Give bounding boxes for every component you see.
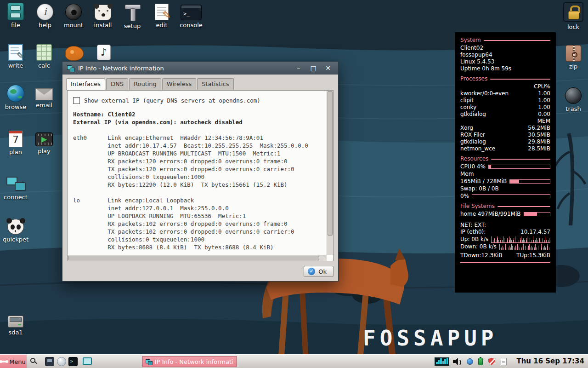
- conky-process-row: ROX-Filer30.5MiB: [460, 132, 550, 138]
- terminal-tray-icon[interactable]: [68, 357, 78, 366]
- desktop-icon-browse[interactable]: browse: [2, 85, 29, 110]
- conky-kernel: Linux 5.4.53: [460, 58, 550, 65]
- connect-network-icon: [6, 174, 26, 192]
- desktop-icon-email[interactable]: email: [30, 85, 58, 109]
- ipinfo-window: IP Info - Network information – □ ✕ Inte…: [62, 61, 339, 282]
- vertical-scrollbar[interactable]: [327, 91, 333, 255]
- icon-label: email: [30, 102, 58, 109]
- icon-label: mount: [60, 22, 87, 29]
- icon-label: quickpet: [2, 236, 29, 243]
- conky-cpu-col-header: CPU%: [460, 83, 550, 90]
- external-ip-line: External IP (via opendns.com): autocheck…: [73, 118, 327, 126]
- firewall-shield-icon[interactable]: [488, 358, 495, 365]
- desktop-icon-plan[interactable]: 7 plan: [2, 130, 29, 155]
- desktop-icon-calc[interactable]: calc: [30, 43, 58, 69]
- tab-routing[interactable]: Routing: [129, 78, 161, 90]
- conky-process-row: conky1.00: [460, 104, 550, 111]
- desktop-icon-help[interactable]: help: [31, 3, 59, 29]
- quickpet-face-icon: [7, 219, 24, 235]
- desktop-icon-mount[interactable]: mount: [60, 3, 87, 29]
- horizontal-scrollbar[interactable]: [68, 255, 327, 261]
- audio-spectrum-icon[interactable]: [435, 357, 449, 366]
- minimize-button[interactable]: –: [293, 64, 304, 72]
- desktop-icon-quickpet[interactable]: quickpet: [2, 217, 29, 243]
- external-ip-checkbox-row: Show external IP (query DNS servers at o…: [73, 97, 327, 104]
- desktop-icon-music[interactable]: [90, 43, 118, 60]
- conky-ip-row: IP (eth0):10.17.4.57: [460, 229, 550, 236]
- ok-button-label: Ok: [318, 268, 327, 275]
- volume-icon[interactable]: [453, 358, 463, 365]
- window-list-icon[interactable]: [45, 357, 54, 366]
- checkbox-label: Show external IP (query DNS servers at o…: [84, 97, 260, 104]
- conky-system-monitor: System Client02 fossapup64 Linux 5.4.53 …: [455, 32, 556, 293]
- music-note-icon: [97, 45, 111, 60]
- desktop-icon-trash[interactable]: trash: [560, 86, 587, 112]
- battery-icon[interactable]: [478, 358, 483, 365]
- icon-label: zip: [560, 63, 587, 70]
- desktop-icon-console[interactable]: console: [177, 3, 205, 29]
- menu-label: Menu: [9, 358, 26, 365]
- desktop-icon-install[interactable]: install: [89, 3, 117, 29]
- setup-tool-icon: [122, 3, 142, 21]
- window-titlebar[interactable]: IP Info - Network information – □ ✕: [62, 62, 338, 75]
- ok-button[interactable]: Ok: [304, 266, 334, 277]
- close-button[interactable]: ✕: [322, 64, 334, 72]
- taskbar-task-ipinfo[interactable]: IP Info - Network informati: [142, 356, 237, 367]
- conky-distro: fossapup64: [460, 52, 550, 58]
- conky-down-graph-row: Down: 0B k/s: [460, 243, 550, 250]
- drive-sda1-icon: [8, 316, 23, 328]
- paint-blob-icon: [65, 46, 84, 61]
- network-app-icon: [67, 65, 74, 71]
- download-graph: [499, 243, 550, 250]
- interfaces-panel: Show external IP (query DNS servers at o…: [67, 90, 334, 261]
- notes-document-icon[interactable]: [501, 358, 507, 365]
- ok-check-icon: [308, 268, 315, 275]
- conky-process-row: Xorg56.2MiB: [460, 125, 550, 132]
- tab-dns[interactable]: DNS: [106, 78, 128, 90]
- swap-usage-bar: [472, 194, 550, 198]
- cpu-usage-bar: [488, 165, 550, 169]
- tab-interfaces[interactable]: Interfaces: [66, 78, 105, 90]
- puppy-install-icon: [95, 5, 111, 20]
- conky-mem-bar-row: 165MiB / 728MiB: [460, 178, 550, 185]
- desktop-icon-paint[interactable]: [61, 43, 88, 61]
- show-external-ip-checkbox[interactable]: [73, 97, 80, 104]
- icon-label: help: [31, 22, 59, 29]
- home-usage-bar: [524, 212, 550, 216]
- mem-usage-bar: [509, 179, 550, 184]
- maximize-button[interactable]: □: [308, 64, 319, 72]
- conky-home-bar-row: home 497MiB/991MiB: [460, 211, 550, 218]
- conky-hostname: Client02: [460, 45, 550, 52]
- desktop-icon-file[interactable]: file: [2, 3, 29, 29]
- icon-label: lock: [560, 23, 587, 30]
- zip-archive-icon: [565, 45, 581, 62]
- conky-uptime: Uptime 0h 8m 59s: [460, 65, 550, 72]
- globe-tray-icon[interactable]: [57, 357, 66, 366]
- search-icon[interactable]: [30, 358, 35, 363]
- desktop-icon-write[interactable]: write: [2, 43, 29, 69]
- display-tray-icon[interactable]: [83, 357, 92, 365]
- horizontal-scroll-thumb[interactable]: [68, 256, 319, 260]
- conky-bottom-rule: [460, 262, 550, 263]
- desktop-icon-connect[interactable]: connect: [2, 174, 29, 201]
- menu-button[interactable]: Menu: [0, 355, 27, 368]
- interfaces-text-area: Show external IP (query DNS servers at o…: [68, 91, 327, 255]
- tab-statistics[interactable]: Statistics: [197, 78, 233, 90]
- desktop-icon-setup[interactable]: setup: [119, 3, 146, 29]
- tab-wireless[interactable]: Wireless: [162, 78, 196, 90]
- conky-totals-row: TDown:12.3KiBTUp:15.3KiB: [460, 252, 550, 259]
- desktop-icon-play[interactable]: play: [30, 130, 58, 155]
- conky-header-system: System: [460, 37, 550, 44]
- vertical-scroll-thumb[interactable]: [328, 91, 333, 236]
- icon-label: file: [2, 22, 29, 29]
- network-status-icon[interactable]: [467, 358, 473, 365]
- desktop-icon-edit[interactable]: edit: [148, 3, 175, 29]
- desktop-icon-lock[interactable]: lock: [560, 2, 587, 30]
- desktop-icon-sda1[interactable]: sda1: [2, 312, 29, 336]
- conky-process-row: netmon_wce28.5MiB: [460, 145, 550, 152]
- desktop-icon-zip[interactable]: zip: [560, 44, 587, 70]
- bone-icon: [1, 361, 7, 362]
- conky-net-title: NET: EXT:: [460, 222, 550, 229]
- conky-mem-label: Mem: [460, 171, 550, 178]
- conky-header-resources: Resources: [460, 155, 550, 162]
